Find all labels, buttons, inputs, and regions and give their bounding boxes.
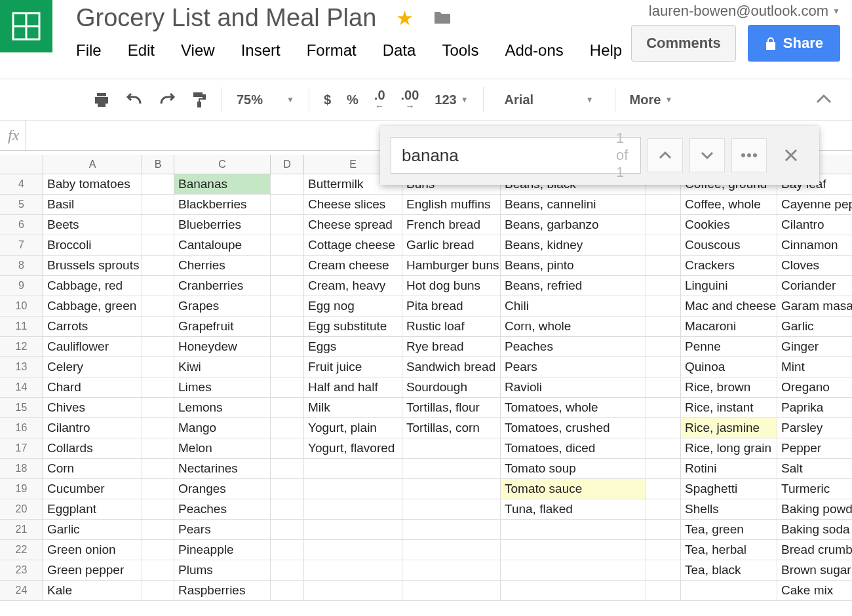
cell[interactable]: Cilantro <box>777 215 852 235</box>
cell[interactable]: Pita bread <box>402 296 501 316</box>
cell[interactable]: Beans, refried <box>501 276 646 296</box>
cell[interactable] <box>646 337 681 356</box>
cell[interactable] <box>271 235 304 255</box>
cell[interactable]: Chili <box>501 296 646 316</box>
cell[interactable] <box>271 215 304 235</box>
cell[interactable]: Baby tomatoes <box>43 174 142 194</box>
cell[interactable] <box>271 581 304 600</box>
cell[interactable] <box>304 560 402 580</box>
cell[interactable]: Rice, brown <box>681 377 777 397</box>
row-header[interactable]: 15 <box>0 398 43 417</box>
cell[interactable] <box>646 357 681 377</box>
cell[interactable]: Brussels sprouts <box>43 256 142 275</box>
cell[interactable]: Mango <box>174 418 271 438</box>
cell[interactable] <box>646 540 681 560</box>
cell[interactable] <box>304 520 402 539</box>
cell[interactable] <box>304 540 402 560</box>
cell[interactable]: Honeydew <box>174 337 271 356</box>
cell[interactable]: Bread crumbs <box>777 540 852 560</box>
cell[interactable]: Pineapple <box>174 540 271 560</box>
cell[interactable]: Oranges <box>174 479 271 499</box>
cell[interactable]: Cream, heavy <box>304 276 402 296</box>
cell[interactable]: Blueberries <box>174 215 271 235</box>
cell[interactable] <box>271 398 304 417</box>
cell[interactable] <box>402 560 501 580</box>
cell[interactable] <box>271 499 304 519</box>
cell[interactable]: Kale <box>43 581 142 600</box>
cell[interactable]: Ginger <box>777 337 852 356</box>
cell[interactable] <box>142 479 174 499</box>
cell[interactable]: Spaghetti <box>681 479 777 499</box>
cell[interactable]: Tortillas, corn <box>402 418 501 438</box>
cell[interactable]: Mac and cheese <box>681 296 777 316</box>
format-currency[interactable]: $ <box>316 88 339 111</box>
menu-addons[interactable]: Add-ons <box>505 41 563 60</box>
cell[interactable]: Grapefruit <box>174 317 271 336</box>
cell[interactable] <box>271 357 304 377</box>
cell[interactable]: Cheese spread <box>304 215 402 235</box>
cell[interactable]: Cayenne pepper <box>777 195 852 214</box>
cell[interactable]: Green pepper <box>43 560 142 580</box>
cell[interactable]: Tea, green <box>681 520 777 539</box>
print-icon[interactable] <box>85 88 118 111</box>
cell[interactable]: Pepper <box>777 438 852 458</box>
cell[interactable]: Tomatoes, whole <box>501 398 646 417</box>
cell[interactable]: Half and half <box>304 377 402 397</box>
cell[interactable]: Nectarines <box>174 459 271 478</box>
cell[interactable]: Cream cheese <box>304 256 402 275</box>
cell[interactable]: Ravioli <box>501 377 646 397</box>
cell[interactable] <box>271 520 304 539</box>
cell[interactable]: Cloves <box>777 256 852 275</box>
collapse-toolbar-icon[interactable] <box>815 92 832 107</box>
cell[interactable] <box>646 520 681 539</box>
cell[interactable]: Lemons <box>174 398 271 417</box>
cell[interactable]: Cabbage, red <box>43 276 142 296</box>
cell[interactable]: Limes <box>174 377 271 397</box>
cell[interactable]: Brown sugar <box>777 560 852 580</box>
row-header[interactable]: 20 <box>0 499 43 519</box>
cell[interactable] <box>142 459 174 478</box>
cell[interactable] <box>142 540 174 560</box>
spreadsheet-grid[interactable]: A B C D E 4Baby tomatoesBananasButtermil… <box>0 155 852 616</box>
cell[interactable]: Pears <box>501 357 646 377</box>
cell[interactable]: Garlic <box>777 317 852 336</box>
cell[interactable]: Rustic loaf <box>402 317 501 336</box>
cell[interactable]: Cherries <box>174 256 271 275</box>
cell[interactable]: Green onion <box>43 540 142 560</box>
cell[interactable] <box>402 438 501 458</box>
row-header[interactable]: 19 <box>0 479 43 499</box>
cell[interactable]: Beets <box>43 215 142 235</box>
row-header[interactable]: 22 <box>0 540 43 560</box>
cell[interactable]: Cottage cheese <box>304 235 402 255</box>
share-button[interactable]: Share <box>748 25 840 62</box>
cell[interactable] <box>304 581 402 600</box>
cell[interactable] <box>142 276 174 296</box>
number-format-dropdown[interactable]: 123 ▼ <box>427 88 476 111</box>
cell[interactable]: Cake mix <box>777 581 852 600</box>
cell[interactable]: Cilantro <box>43 418 142 438</box>
cell[interactable] <box>271 459 304 478</box>
cell[interactable] <box>501 540 646 560</box>
cell[interactable]: Corn <box>43 459 142 478</box>
cell[interactable]: Beans, kidney <box>501 235 646 255</box>
cell[interactable] <box>646 235 681 255</box>
cell[interactable] <box>646 581 681 600</box>
cell[interactable] <box>142 520 174 539</box>
row-header[interactable]: 4 <box>0 174 43 194</box>
row-header[interactable]: 7 <box>0 235 43 255</box>
cell[interactable] <box>501 581 646 600</box>
cell[interactable]: Peaches <box>174 499 271 519</box>
cell[interactable]: Eggs <box>304 337 402 356</box>
cell[interactable]: Bananas <box>174 174 271 194</box>
cell[interactable]: Cabbage, green <box>43 296 142 316</box>
cell[interactable]: Kiwi <box>174 357 271 377</box>
cell[interactable] <box>142 174 174 194</box>
cell[interactable] <box>402 581 501 600</box>
decrease-decimals[interactable]: .0← <box>366 85 393 115</box>
cell[interactable]: Parsley <box>777 418 852 438</box>
cell[interactable]: Milk <box>304 398 402 417</box>
col-header-A[interactable]: A <box>43 155 142 174</box>
cell[interactable] <box>142 235 174 255</box>
row-header[interactable]: 13 <box>0 357 43 377</box>
row-header[interactable]: 11 <box>0 317 43 336</box>
